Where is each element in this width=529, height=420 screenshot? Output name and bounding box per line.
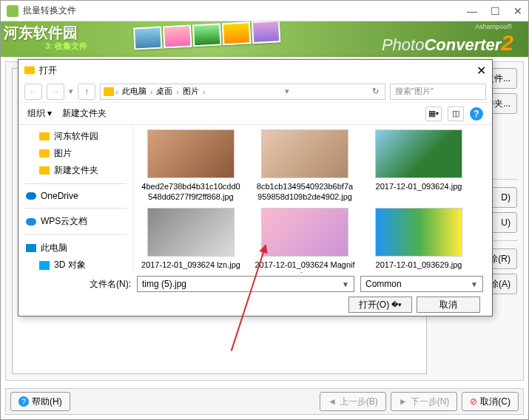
cloud-icon [26,192,36,200]
file-item[interactable]: 2017-12-01_093624.jpg [368,129,469,202]
step-label: 3: 收集文件 [45,41,87,52]
cube-icon [39,261,50,270]
file-thumbnail [147,129,235,178]
preview-pane-button[interactable]: ◫ [448,106,464,121]
cancel-button[interactable]: 取消 [417,297,480,313]
pc-icon [26,244,36,252]
dialog-close-button[interactable]: ✕ [476,64,486,78]
window-title: 批量转换文件 [23,4,467,17]
file-name-label: 4bed2e738bd4b31c10cdd0548dd6277f9f2ff868… [141,181,241,202]
file-item[interactable]: 8cb1cb1349540923b6bf7a959858d109b2de4902… [255,129,355,202]
file-name-label: 8cb1cb1349540923b6bf7a959858d109b2de4902… [255,181,355,202]
chevron-down-icon: ▼ [471,280,478,288]
folder-icon [39,166,50,175]
cancel-button[interactable]: ⊘取消(C) [462,392,519,411]
dialog-toolbar: 组织 ▾ 新建文件夹 ▦ ▾ ◫ ? [18,103,492,125]
filename-input[interactable]: timg (5).jpg▼ [137,276,354,292]
nav-bar: ← → ▾ ↑ › 此电脑 › 桌面 › 图片 › ▾ ↻ 搜索"图片" [18,81,492,103]
product-name: Ashampoo® PhotoConverter2 [382,30,513,55]
file-name-label: 2017-12-01_093629.jpg [376,260,462,270]
help-icon: ? [18,396,29,407]
tree-3d-objects[interactable]: 3D 对象 [23,257,128,273]
new-folder-button[interactable]: 新建文件夹 [62,107,107,120]
folder-icon [39,132,50,140]
folder-icon [39,149,50,158]
file-thumbnail [147,208,235,257]
prev-button[interactable]: ◄上一步(B) [320,392,386,411]
nav-back-button[interactable]: ← [24,84,42,100]
file-item[interactable]: 4bed2e738bd4b31c10cdd0548dd6277f9f2ff868… [141,129,241,202]
crumb-thispc[interactable]: 此电脑 [120,86,149,97]
help-button[interactable]: ?帮助(H) [10,392,70,411]
filter-select[interactable]: Common▼ [360,276,483,292]
filename-label: 文件名(N): [27,278,131,291]
tree-wps[interactable]: WPS云文档 [23,213,128,230]
crumb-pictures[interactable]: 图片 [181,86,201,97]
file-item[interactable]: 2017-12-01_093629.jpg [368,208,469,273]
close-button[interactable]: ✕ [513,5,522,17]
cloud-icon [26,218,36,226]
svg-rect-0 [24,67,35,75]
dialog-icon [24,65,35,75]
banner-photos [133,21,320,57]
tree-folder-new[interactable]: 新建文件夹 [23,162,128,179]
file-name-label: 2017-12-01_093624 Magnifier [255,260,355,273]
folder-icon [104,87,114,96]
tree-folder-hedong[interactable]: 河东软件园 [23,128,128,145]
app-icon [7,5,18,17]
watermark-logo: 河东软件园 [4,23,78,43]
crumb-desktop[interactable]: 桌面 [154,86,175,97]
nav-up-button[interactable]: ↑ [78,84,95,100]
breadcrumb[interactable]: › 此电脑 › 桌面 › 图片 › ▾ ↻ [100,84,385,100]
main-titlebar: 批量转换文件 — ☐ ✕ [1,1,528,21]
ashampoo-brand: Ashampoo® [475,23,512,30]
minimize-button[interactable]: — [467,5,477,17]
maximize-button[interactable]: ☐ [491,5,500,17]
file-thumbnail [375,208,462,257]
refresh-button[interactable]: ↻ [369,87,382,96]
dialog-body: 河东软件园 图片 新建文件夹 OneDrive WPS云文档 此电脑 3D 对象… [18,125,492,273]
view-mode-button[interactable]: ▦ ▾ [425,106,442,121]
file-item[interactable]: 2017-12-01_093624 Magnifier [255,208,355,273]
wizard-bottom-bar: ?帮助(H) ◄上一步(B) ►下一步(N) ⊘取消(C) [5,388,524,415]
nav-forward-button[interactable]: → [47,84,64,100]
dialog-titlebar: 打开 ✕ [18,60,492,81]
tree-onedrive[interactable]: OneDrive [23,189,128,203]
file-thumbnail [261,129,348,178]
folder-tree: 河东软件园 图片 新建文件夹 OneDrive WPS云文档 此电脑 3D 对象 [18,125,133,273]
chevron-down-icon: ▼ [342,280,349,288]
file-item[interactable]: 2017-12-01_093624 lzn.jpg [141,208,241,273]
file-name-label: 2017-12-01_093624 lzn.jpg [141,260,240,270]
search-input[interactable]: 搜索"图片" [390,84,486,100]
banner: 河东软件园 3: 收集文件 Ashampoo® PhotoConverter2 [1,21,528,57]
tree-thispc[interactable]: 此电脑 [23,240,128,257]
cancel-icon: ⊘ [470,396,477,407]
dialog-title: 打开 [39,64,476,77]
file-grid: 4bed2e738bd4b31c10cdd0548dd6277f9f2ff868… [133,125,492,273]
file-thumbnail [375,129,462,178]
help-icon[interactable]: ? [470,107,483,121]
file-name-label: 2017-12-01_093624.jpg [376,181,462,192]
organize-button[interactable]: 组织 ▾ [27,107,52,120]
tree-folder-pictures[interactable]: 图片 [23,145,128,162]
file-thumbnail [261,208,348,257]
arrow-left-icon: ◄ [328,396,337,407]
open-button[interactable]: 打开(O)�▾ [348,297,412,313]
arrow-right-icon: ► [399,396,408,407]
next-button[interactable]: ►下一步(N) [391,392,458,411]
